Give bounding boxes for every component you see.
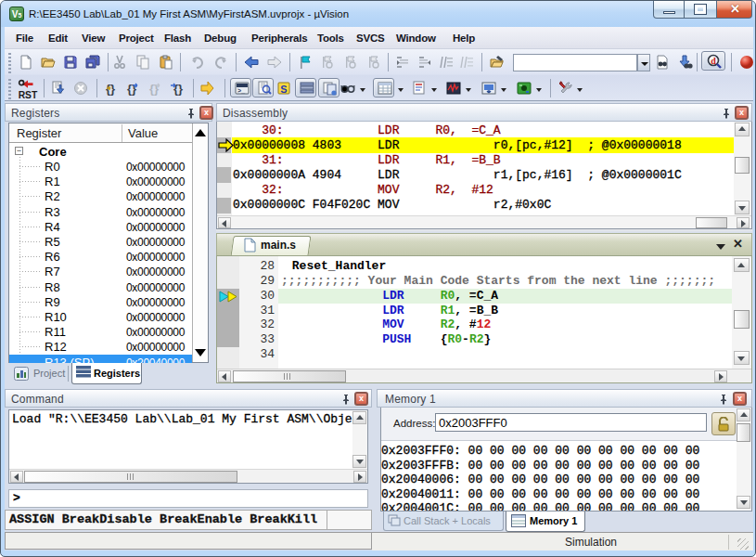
- svg-text:RST: RST: [19, 90, 38, 99]
- svg-text:d: d: [711, 56, 716, 66]
- svg-text:{}: {}: [127, 82, 136, 96]
- svg-text:{}: {}: [173, 82, 183, 96]
- svg-text:{}: {}: [149, 82, 159, 96]
- svg-text:S: S: [280, 84, 287, 95]
- svg-text:>_: >_: [237, 87, 245, 94]
